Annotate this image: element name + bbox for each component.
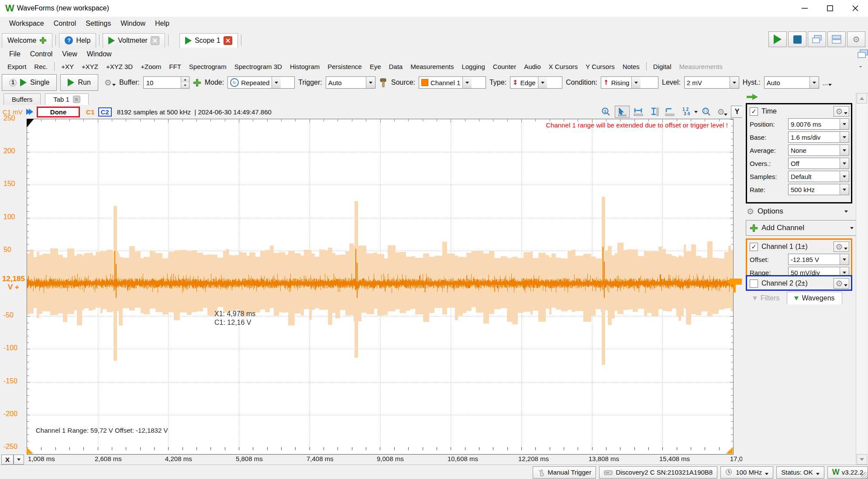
dropdown-button[interactable] (840, 158, 849, 169)
panel-collapse-arrow-icon[interactable] (747, 94, 758, 101)
average-select[interactable]: None (788, 145, 849, 156)
hysteresis-select[interactable]: Auto (764, 76, 819, 89)
dropdown-button[interactable] (840, 184, 849, 195)
tab-wavegens[interactable]: Wavegens (787, 292, 842, 304)
view-logging[interactable]: Logging (458, 63, 489, 70)
panel-scrollbar[interactable] (856, 93, 867, 465)
time-settings-button[interactable]: ⚙ (834, 106, 849, 117)
workspace-settings-button[interactable]: ⚙ (847, 31, 865, 47)
tab-filters[interactable]: Filters (746, 292, 787, 304)
view-data[interactable]: Data (385, 63, 407, 70)
plot-settings-button[interactable]: ⚙ (715, 106, 729, 117)
add-buffer-icon[interactable] (193, 79, 201, 87)
cursors-button[interactable]: 1 23 4 (679, 106, 692, 117)
close-tab-icon[interactable] (151, 36, 159, 45)
x-axis-dropdown[interactable] (14, 455, 24, 465)
dropdown-button[interactable] (840, 254, 849, 265)
add-channel-button[interactable]: Add Channel (746, 220, 858, 236)
device-button[interactable]: Discovery2 C SN:210321A190B8 (599, 466, 717, 479)
channel2-settings-button[interactable]: ⚙ (834, 278, 849, 289)
tab-voltmeter[interactable]: Voltmeter (103, 33, 165, 48)
close-button[interactable] (843, 0, 868, 17)
view-histogram[interactable]: Histogram (286, 63, 324, 70)
dropdown-button[interactable] (631, 77, 641, 88)
dropdown-button[interactable] (730, 77, 739, 88)
buffer-stepper[interactable]: 10 (143, 76, 189, 89)
single-button[interactable]: 1 Single (2, 74, 57, 91)
level-select[interactable]: 2 mV (684, 76, 739, 89)
view-rec[interactable]: Rec. (30, 63, 52, 70)
clock-frequency-button[interactable]: 100 MHz (720, 466, 773, 479)
caret-down-icon[interactable] (694, 111, 698, 113)
type-select[interactable]: ↕Edge (510, 76, 562, 89)
cascade-windows-button[interactable] (808, 31, 826, 47)
dropdown-button[interactable] (840, 145, 849, 155)
view-persistence[interactable]: Persistence (324, 63, 365, 70)
channel1-checkbox[interactable]: ✓ (750, 243, 758, 251)
stepper-up[interactable] (181, 77, 189, 83)
tile-windows-button[interactable] (827, 31, 846, 47)
view-notes[interactable]: Notes (619, 63, 644, 70)
scroll-up-button[interactable] (857, 93, 867, 103)
dropdown-button[interactable] (840, 119, 849, 129)
base-select[interactable]: 1.6 ms/div (788, 131, 849, 143)
channel1-settings-button[interactable]: ⚙ (834, 241, 849, 252)
run-all-button[interactable] (768, 31, 787, 47)
manual-trigger-button[interactable]: Manual Trigger (533, 466, 596, 479)
view-xy[interactable]: +XY (57, 63, 78, 70)
channel-offset-marker[interactable] (730, 279, 742, 285)
view-spectrogram[interactable]: Spectrogram (185, 63, 231, 70)
view-audio[interactable]: Audio (520, 63, 544, 70)
both-measure-button[interactable] (663, 106, 677, 117)
offset-select[interactable]: -12.185 V (788, 254, 849, 265)
buffer-settings-button[interactable]: ⚙ (104, 79, 116, 87)
status-button[interactable]: Status: OK (776, 466, 824, 479)
c1-badge[interactable]: C1 (86, 108, 94, 116)
scope-menu-view[interactable]: View (57, 50, 82, 58)
expand-chevrons-icon[interactable] (26, 109, 33, 115)
options-row[interactable]: ⚙ Options (746, 205, 851, 217)
waveform-plot[interactable]: Channel 1 range will be extended due to … (27, 119, 734, 448)
x-axis-button[interactable]: X (1, 455, 24, 465)
run-button[interactable]: Run (60, 74, 98, 91)
scope-menu-window[interactable]: Window (82, 50, 117, 58)
pointer-mode-button[interactable] (615, 106, 630, 118)
menu-control[interactable]: Control (49, 20, 81, 28)
maximize-button[interactable] (817, 0, 843, 17)
x-axis-ruler[interactable] (27, 447, 734, 455)
view-xyz3d[interactable]: +XYZ 3D (102, 63, 137, 70)
dropdown-button[interactable] (809, 77, 819, 88)
zoom-fit-button[interactable] (699, 106, 713, 117)
view-counter[interactable]: Counter (489, 63, 520, 70)
minimize-button[interactable] (792, 0, 817, 17)
rate-select[interactable]: 500 kHz (788, 184, 849, 195)
close-tab-icon[interactable] (224, 36, 232, 45)
y-axis-button[interactable]: Y (731, 106, 743, 118)
view-xcursors[interactable]: X Cursors (545, 63, 582, 70)
more-options-button[interactable]: ... (823, 79, 832, 86)
stop-all-button[interactable] (788, 31, 806, 47)
time-checkbox[interactable]: ✓ (750, 107, 758, 116)
oversampling-select[interactable]: Off (788, 158, 849, 169)
view-ycursors[interactable]: Y Cursors (582, 63, 618, 70)
trigger-position-marker[interactable] (27, 119, 34, 128)
tab-tab1[interactable]: Tab 1 (45, 93, 89, 105)
dropdown-button[interactable] (840, 132, 849, 142)
scope-menu-control[interactable]: Control (25, 50, 58, 58)
tab-scope1[interactable]: Scope 1 (179, 33, 238, 48)
view-spectrogram3d[interactable]: Spectrogram 3D (231, 63, 286, 70)
tab-help[interactable]: ? Help (59, 33, 96, 48)
trigger-select[interactable]: Auto (326, 76, 375, 89)
view-fft[interactable]: FFT (165, 63, 185, 70)
dropdown-button[interactable] (272, 77, 281, 88)
x-label[interactable]: X (1, 455, 14, 465)
menu-settings[interactable]: Settings (81, 20, 116, 28)
view-export[interactable]: Export (3, 63, 30, 70)
tab-buffers[interactable]: Buffers (3, 93, 41, 105)
view-xyz[interactable]: +XYZ (78, 63, 102, 70)
dropdown-button[interactable] (366, 77, 375, 88)
zoom-1x-button[interactable]: 1 (599, 106, 613, 117)
position-select[interactable]: 9.0076 ms (788, 118, 849, 130)
menu-workspace[interactable]: Workspace (4, 20, 49, 28)
horizontal-measure-button[interactable] (631, 106, 645, 117)
